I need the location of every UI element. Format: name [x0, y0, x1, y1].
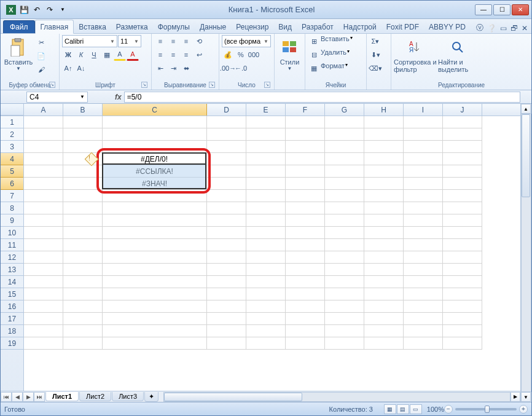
zoom-in-icon[interactable]: + — [519, 405, 528, 414]
cell[interactable] — [364, 288, 404, 300]
font-color-icon[interactable]: A — [127, 49, 139, 61]
cell[interactable] — [63, 239, 103, 251]
cell[interactable] — [246, 276, 286, 288]
cell[interactable] — [63, 128, 103, 141]
cell[interactable] — [63, 116, 103, 128]
cell[interactable] — [325, 288, 364, 300]
copy-icon[interactable]: 📄 — [35, 50, 47, 62]
cell[interactable] — [325, 239, 364, 251]
view-pagebreak-icon[interactable]: ▭ — [410, 404, 422, 414]
cell[interactable] — [325, 325, 364, 337]
cell[interactable] — [364, 251, 404, 264]
align-right-icon[interactable]: ≡ — [180, 49, 192, 61]
cell[interactable] — [404, 325, 443, 337]
cell[interactable] — [404, 178, 443, 190]
cell[interactable] — [103, 214, 207, 227]
cell[interactable] — [63, 264, 103, 276]
cells-delete-button[interactable]: ⊟Удалить▾ — [308, 49, 350, 61]
cell[interactable] — [207, 239, 246, 251]
cell[interactable] — [63, 337, 103, 350]
sheet-tab[interactable]: Лист2 — [79, 392, 111, 401]
shrink-font-icon[interactable]: A↓ — [75, 62, 87, 74]
cell[interactable] — [24, 214, 63, 227]
col-header[interactable]: D — [207, 104, 246, 116]
cell[interactable] — [63, 288, 103, 300]
cell[interactable] — [443, 325, 482, 337]
cell[interactable] — [24, 178, 63, 190]
select-all-corner[interactable] — [1, 104, 24, 116]
cell[interactable] — [325, 227, 364, 239]
cell[interactable] — [404, 337, 443, 350]
minimize-button[interactable]: — — [475, 4, 492, 15]
cell[interactable] — [103, 300, 207, 313]
autosum-icon[interactable]: Σ▾ — [369, 35, 381, 47]
launcher-icon[interactable]: ↘ — [209, 82, 215, 88]
font-size-combo[interactable]: 11▼ — [118, 35, 141, 47]
cell[interactable] — [286, 165, 325, 178]
col-header[interactable]: J — [443, 104, 482, 116]
cell[interactable] — [63, 165, 103, 178]
cell[interactable] — [404, 239, 443, 251]
paste-button[interactable]: Вставить ▼ — [3, 35, 34, 71]
sheet-nav-last-icon[interactable]: ⏭ — [34, 392, 45, 402]
cell[interactable] — [24, 153, 63, 165]
decrease-indent-icon[interactable]: ⇤ — [154, 62, 166, 74]
cell[interactable] — [364, 337, 404, 350]
cell[interactable] — [24, 227, 63, 239]
cell[interactable] — [103, 276, 207, 288]
cell[interactable] — [246, 128, 286, 141]
cell[interactable] — [443, 153, 482, 165]
cell[interactable] — [207, 190, 246, 202]
vscroll-up-icon[interactable]: ▲ — [521, 104, 531, 114]
cell[interactable] — [286, 325, 325, 337]
cell[interactable] — [443, 313, 482, 325]
tab-insert[interactable]: Вставка — [74, 20, 111, 33]
cell[interactable] — [286, 251, 325, 264]
row-header[interactable]: 5 — [1, 165, 23, 178]
col-header[interactable]: F — [286, 104, 325, 116]
tab-layout[interactable]: Разметка — [111, 20, 153, 33]
cell[interactable] — [443, 165, 482, 178]
cell[interactable] — [24, 288, 63, 300]
cell[interactable] — [286, 264, 325, 276]
view-normal-icon[interactable]: ▦ — [384, 404, 396, 414]
row-header[interactable]: 13 — [1, 264, 23, 276]
cell[interactable] — [325, 178, 364, 190]
cell[interactable] — [207, 251, 246, 264]
row-header[interactable]: 11 — [1, 239, 23, 251]
cell[interactable] — [404, 313, 443, 325]
cell[interactable] — [103, 337, 207, 350]
cell[interactable] — [207, 276, 246, 288]
tab-file[interactable]: Файл — [3, 20, 35, 33]
cell[interactable] — [24, 128, 63, 141]
cell[interactable] — [246, 313, 286, 325]
find-select-button[interactable]: Найти и выделить — [438, 35, 475, 73]
fill-color-icon[interactable]: A — [114, 49, 126, 61]
cell[interactable] — [364, 128, 404, 141]
cell[interactable] — [246, 116, 286, 128]
percent-icon[interactable]: % — [235, 49, 247, 61]
cell[interactable] — [404, 116, 443, 128]
cell[interactable] — [63, 190, 103, 202]
bold-button[interactable]: Ж — [62, 49, 74, 61]
cell[interactable] — [443, 178, 482, 190]
col-header[interactable]: I — [404, 104, 443, 116]
row-header[interactable]: 9 — [1, 214, 23, 227]
row-header[interactable]: 10 — [1, 227, 23, 239]
cell[interactable] — [63, 300, 103, 313]
comma-icon[interactable]: 000 — [248, 49, 260, 61]
cell[interactable] — [207, 128, 246, 141]
cell[interactable] — [286, 313, 325, 325]
tab-developer[interactable]: Разработ — [297, 20, 338, 33]
cells-format-button[interactable]: ▦Формат▾ — [308, 62, 348, 74]
row-header[interactable]: 7 — [1, 190, 23, 202]
align-center-icon[interactable]: ≡ — [167, 49, 179, 61]
cell[interactable] — [63, 227, 103, 239]
vscroll-track[interactable] — [521, 114, 531, 392]
cell[interactable] — [246, 214, 286, 227]
cell[interactable] — [207, 264, 246, 276]
cell[interactable] — [443, 202, 482, 214]
cell[interactable] — [286, 276, 325, 288]
cell[interactable] — [103, 313, 207, 325]
col-header[interactable]: A — [24, 104, 63, 116]
